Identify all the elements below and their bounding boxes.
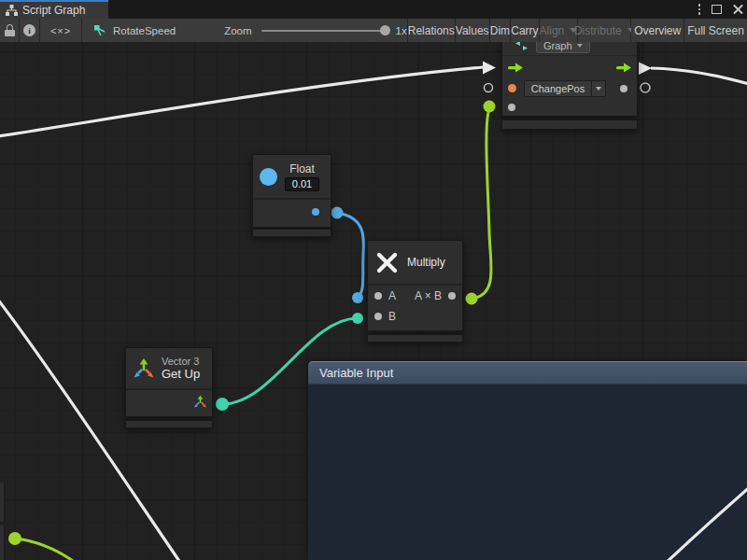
tab-script-graph[interactable]: Script Graph [0,0,108,19]
full-screen-button[interactable]: Full Screen [684,19,747,42]
graph-toolbar: i <×> RotateSpeed Zoom 1x Relations Valu… [0,19,747,42]
offscreen-node-edge [0,525,5,560]
graph-port-gray-right[interactable] [620,85,627,92]
graph-port-ring-left[interactable] [485,84,493,92]
offscreen-output-dot[interactable] [8,532,21,545]
align-button[interactable]: Align [540,19,578,42]
graph-flow-out-arrow[interactable] [639,63,652,76]
multiply-a-wire-dot[interactable] [352,292,363,303]
float-value-input[interactable]: 0.01 [285,177,319,191]
info-icon: i [23,24,35,36]
variable-name-label: RotateSpeed [113,25,176,36]
multiply-result-label: A × B [415,289,442,302]
maximize-icon[interactable] [712,5,722,14]
multiply-port-result[interactable] [448,292,456,300]
zoom-label: Zoom [224,25,251,36]
graph-context-cell: RotateSpeed Zoom 1x [82,19,407,42]
chevron-down-icon[interactable] [591,81,605,96]
wire-offscreen-bottom[interactable] [15,539,84,560]
multiply-port-a[interactable] [374,292,382,300]
graph-dropdown-label: Graph [543,42,572,51]
zoom-slider[interactable] [261,30,387,32]
multiply-icon [375,251,399,274]
zoom-value: 1x [396,25,407,36]
vector3-type-label: Vector 3 [162,356,199,367]
code-preview-button[interactable]: <×> [40,19,81,42]
graph-port-gray-bottom[interactable] [508,104,515,111]
graph-port-lime-dot[interactable] [484,101,496,113]
multiply-node[interactable]: Multiply A A × B B [367,240,463,331]
wire-control-in[interactable] [0,67,483,137]
offscreen-node-edge [0,483,5,522]
graph-port-orange[interactable] [508,84,516,92]
multiply-port-a-label: A [388,289,396,302]
dim-button[interactable]: Dim [490,19,511,42]
distribute-button[interactable]: Distribute [578,19,630,42]
lock-icon [5,24,15,36]
float-output-port[interactable] [312,208,319,216]
code-icon: <×> [50,25,71,36]
float-node-footer [252,229,331,237]
flow-out-arrow-icon[interactable] [616,63,631,73]
multiply-node-title: Multiply [407,256,445,269]
multiply-port-b[interactable] [374,313,382,320]
wire-float-to-multiply[interactable] [337,213,363,298]
float-output-dot[interactable] [331,207,344,219]
info-button[interactable]: i [20,19,39,42]
graph-node-footer [501,119,638,130]
window-menu-icon[interactable] [698,4,701,15]
multiply-port-b-label: B [388,310,396,323]
wire-vector3-to-multiply[interactable] [222,318,358,404]
changepos-dropdown[interactable]: ChangePos [524,80,606,97]
lock-button[interactable] [0,19,19,42]
float-icon [260,168,277,186]
carry-button[interactable]: Carry [511,19,538,42]
script-graph-window: Variable Input [0,0,747,560]
close-icon[interactable] [733,5,743,15]
values-button[interactable]: Values [456,19,489,42]
script-graph-icon [6,5,18,16]
vector3-node-footer [125,420,213,428]
variable-node-icon [93,24,106,37]
multiply-result-wire-dot[interactable] [466,293,478,305]
vector3-output-dot[interactable] [216,398,229,411]
graph-canvas[interactable]: Variable Input [0,42,747,560]
graph-port-ring-right[interactable] [641,83,650,92]
vector3-node-title: Get Up [162,367,200,381]
graph-node-icon [515,42,528,50]
changepos-dropdown-value: ChangePos [525,81,591,96]
vector3-node[interactable]: Vector 3 Get Up [125,347,213,417]
relations-button[interactable]: Relations [408,19,455,42]
vector3-output-port[interactable] [193,395,207,409]
float-node[interactable]: Float 0.01 [252,154,331,228]
chevron-down-icon [577,44,583,48]
wire-multiply-to-graph[interactable] [472,106,491,299]
wire-control-panel[interactable] [663,484,747,560]
graph-dropdown-button[interactable]: Graph [536,42,590,53]
float-node-title: Float [289,162,315,175]
wire-control-out[interactable] [651,68,747,85]
overview-button[interactable]: Overview [631,19,684,42]
tab-label: Script Graph [22,4,85,17]
vector3-icon [133,357,155,380]
titlebar: Script Graph [0,0,747,19]
multiply-b-wire-dot[interactable] [352,313,363,324]
multiply-node-footer [367,334,463,343]
zoom-slider-handle[interactable] [380,25,390,35]
graph-flow-in-arrow[interactable] [483,62,496,75]
flow-in-arrow-icon[interactable] [508,63,523,73]
graph-node[interactable]: Graph ChangePos [501,42,638,117]
